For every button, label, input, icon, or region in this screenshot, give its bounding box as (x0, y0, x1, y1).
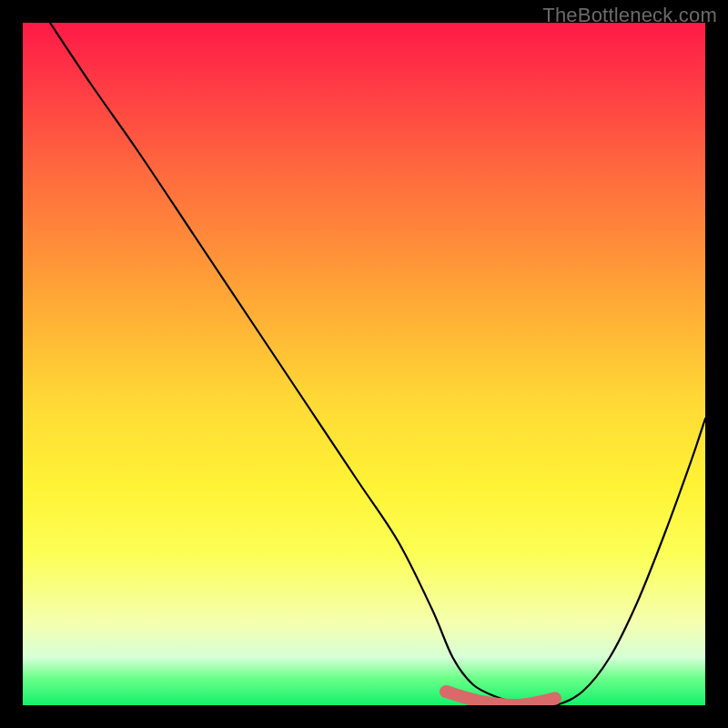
bottleneck-curve (23, 23, 705, 705)
chart-frame: TheBottleneck.com (0, 0, 728, 728)
plot-area (23, 23, 705, 705)
marker-region (23, 23, 705, 705)
